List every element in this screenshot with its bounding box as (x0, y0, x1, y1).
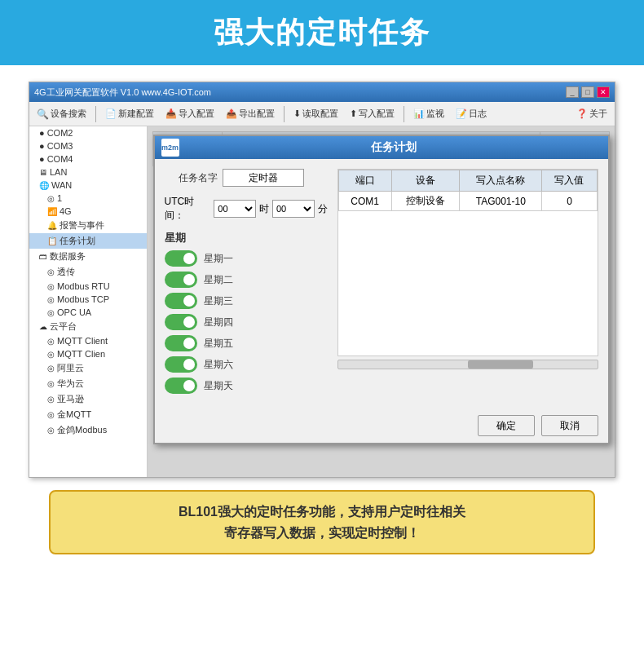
sidebar-item-com3[interactable]: ● COM3 (29, 139, 147, 152)
write-icon: ⬆ (350, 108, 357, 119)
close-button[interactable]: ✕ (597, 86, 610, 98)
sidebar-item-transparent[interactable]: ◎ 透传 (29, 264, 147, 280)
modal-titlebar: m2m 任务计划 (155, 136, 608, 159)
wednesday-label: 星期三 (204, 294, 233, 308)
sidebar-item-label: 阿里云 (57, 362, 84, 374)
toggle-friday[interactable] (165, 335, 197, 351)
sidebar-item-aliyun[interactable]: ◎ 阿里云 (29, 360, 147, 376)
toggle-thursday[interactable] (165, 314, 197, 330)
sidebar-item-jinmqtt[interactable]: ◎ 金MQTT (29, 407, 147, 422)
import-config-button[interactable]: 📥 导入配置 (161, 106, 218, 121)
log-icon: 📝 (456, 108, 467, 119)
row-port: COM1 (338, 192, 391, 211)
new-config-button[interactable]: 📄 新建配置 (101, 106, 158, 121)
utc-hour-select[interactable]: 00 01 02 (214, 200, 256, 218)
sidebar-item-1[interactable]: ◎ 1 (29, 192, 147, 205)
modal-left: 任务名字 UTC时间： 00 01 02 (165, 169, 328, 399)
main-panel: 任务名称 触发星期 触发时间 定时控制 星期一,星期二,星期三,星期四,星期五,… (148, 126, 615, 477)
sidebar-item-wan[interactable]: 🌐 WAN (29, 179, 147, 192)
modbustcp-icon: ◎ (47, 295, 55, 304)
sidebar-item-label: COM3 (47, 141, 73, 151)
sidebar-item-modbus-tcp[interactable]: ◎ Modbus TCP (29, 293, 147, 306)
sidebar-item-label: 任务计划 (60, 235, 95, 247)
com4-icon: ● (39, 154, 45, 164)
sunday-label: 星期天 (204, 379, 233, 393)
win-title: 4G工业网关配置软件 V1.0 www.4G-IOT.com (34, 86, 211, 99)
sidebar-item-jinmodbus[interactable]: ◎ 金鸽Modbus (29, 422, 147, 438)
sidebar-item-label: 1 (57, 193, 62, 203)
sidebar-item-label: MQTT Clien (57, 349, 105, 359)
thursday-label: 星期四 (204, 316, 233, 329)
hour-unit: 时 (259, 202, 269, 216)
sidebar-item-label: 数据服务 (50, 250, 86, 263)
log-button[interactable]: 📝 日志 (452, 106, 491, 121)
sidebar-item-opc-ua[interactable]: ◎ OPC UA (29, 306, 147, 319)
weekdays-section: 星期 星期一 星期二 (165, 231, 328, 394)
sidebar-item-alarm[interactable]: 🔔 报警与事件 (29, 218, 147, 233)
maximize-button[interactable]: □ (581, 86, 594, 98)
sidebar-item-com4[interactable]: ● COM4 (29, 152, 147, 166)
modal-table-row[interactable]: COM1 控制设备 TAG001-10 0 (338, 192, 597, 211)
modal-col-device: 设备 (391, 170, 459, 192)
sidebar-item-amazon[interactable]: ◎ 亚马逊 (29, 391, 147, 407)
modal-table: 端口 设备 写入点名称 写入值 (338, 170, 598, 211)
sidebar-item-mqtt2[interactable]: ◎ MQTT Clien (29, 347, 147, 360)
toggle-wednesday[interactable] (165, 293, 197, 309)
weekday-wednesday: 星期三 (165, 293, 328, 309)
export-config-button[interactable]: 📤 导出配置 (222, 106, 279, 121)
task-icon: 📋 (47, 236, 57, 245)
sidebar-item-label: 报警与事件 (60, 219, 104, 232)
sidebar-item-com2[interactable]: ● COM2 (29, 126, 147, 139)
sidebar-item-modbus-rtu[interactable]: ◎ Modbus RTU (29, 280, 147, 293)
search-icon: 🔍 (37, 108, 49, 120)
dataservice-icon: 🗃 (39, 252, 47, 261)
sidebar-item-mqtt1[interactable]: ◎ MQTT Client (29, 334, 147, 347)
opcua-icon: ◎ (47, 308, 55, 317)
toolbar-sep-1 (95, 106, 96, 122)
toggle-sunday[interactable] (165, 378, 197, 394)
monitor-button[interactable]: 📊 监视 (409, 106, 448, 121)
utc-label: UTC时间： (165, 195, 211, 223)
horizontal-scrollbar[interactable] (337, 360, 598, 369)
sidebar-item-task[interactable]: 📋 任务计划 (29, 233, 147, 249)
row-device: 控制设备 (391, 192, 459, 211)
4g-icon: 📶 (47, 207, 57, 216)
new-icon: 📄 (105, 108, 117, 119)
wan-icon: 🌐 (39, 181, 49, 190)
alarm-icon: 🔔 (47, 221, 57, 230)
win-content: ● COM2 ● COM3 ● COM4 🖥 LAN 🌐 WAN (29, 126, 615, 477)
scrollbar-thumb (468, 360, 533, 369)
sidebar-item-label: 金MQTT (57, 408, 91, 421)
sidebar-item-huawei[interactable]: ◎ 华为云 (29, 376, 147, 391)
monday-label: 星期一 (204, 252, 233, 266)
toggle-saturday[interactable] (165, 356, 197, 373)
sidebar-item-4g[interactable]: 📶 4G (29, 205, 147, 218)
sidebar-item-lan[interactable]: 🖥 LAN (29, 166, 147, 179)
sidebar-item-cloud[interactable]: ☁ 云平台 (29, 319, 147, 334)
toolbar: 🔍 设备搜索 📄 新建配置 📥 导入配置 📤 导出配置 ⬇ 读取配置 (29, 102, 615, 126)
minimize-button[interactable]: _ (566, 86, 579, 98)
modal-dialog: m2m 任务计划 任务名字 (153, 135, 610, 444)
search-button[interactable]: 🔍 设备搜索 (33, 106, 90, 121)
toggle-tuesday[interactable] (165, 272, 197, 288)
sidebar-item-label: COM2 (47, 128, 73, 138)
toggle-monday[interactable] (165, 250, 197, 267)
utc-min-select[interactable]: 00 01 30 (272, 200, 315, 218)
read-config-button[interactable]: ⬇ 读取配置 (289, 106, 342, 121)
sidebar-item-label: 华为云 (57, 378, 84, 390)
weekday-sunday: 星期天 (165, 378, 328, 394)
task-name-input[interactable] (223, 169, 304, 187)
saturday-label: 星期六 (204, 358, 233, 372)
about-button[interactable]: ❓ 关于 (572, 106, 611, 121)
modbusrtu-icon: ◎ (47, 282, 55, 291)
sidebar-item-label: 云平台 (50, 320, 77, 333)
sidebar-item-dataservice[interactable]: 🗃 数据服务 (29, 249, 147, 264)
modal-logo: m2m (161, 139, 179, 157)
bottom-description: BL101强大的定时任务功能，支持用户定时往相关 寄存器写入数据，实现定时控制！ (49, 490, 595, 554)
write-config-button[interactable]: ⬆ 写入配置 (346, 106, 399, 121)
item1-icon: ◎ (47, 194, 55, 203)
cancel-button[interactable]: 取消 (541, 415, 598, 436)
header: 强大的定时任务 (0, 0, 644, 65)
confirm-button[interactable]: 确定 (478, 415, 535, 436)
weekdays-label: 星期 (165, 231, 328, 245)
